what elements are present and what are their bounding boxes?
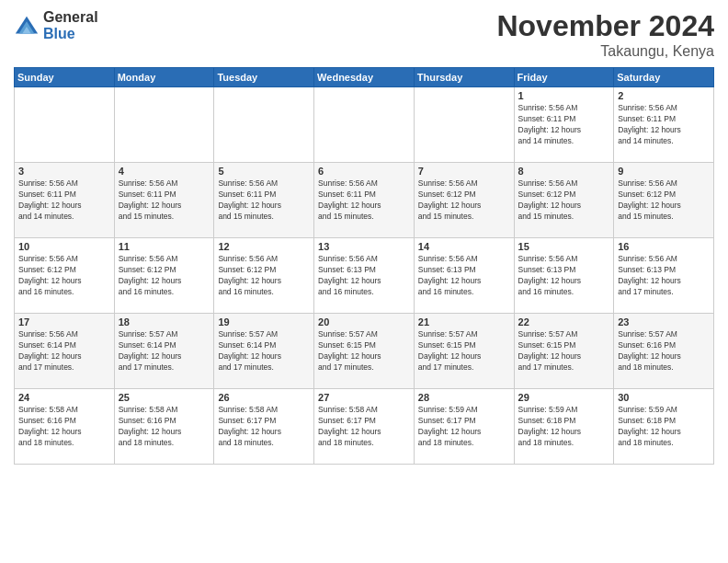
day-number: 5 (218, 166, 310, 177)
day-number: 12 (218, 241, 310, 252)
day-info: Sunrise: 5:57 AM Sunset: 6:14 PM Dayligh… (119, 329, 210, 373)
calendar-cell: 9Sunrise: 5:56 AM Sunset: 6:12 PM Daylig… (614, 163, 714, 238)
calendar-cell: 10Sunrise: 5:56 AM Sunset: 6:12 PM Dayli… (15, 238, 115, 314)
calendar-cell: 17Sunrise: 5:56 AM Sunset: 6:14 PM Dayli… (15, 314, 115, 389)
calendar-cell: 4Sunrise: 5:56 AM Sunset: 6:11 PM Daylig… (114, 163, 214, 238)
day-number: 3 (18, 166, 110, 177)
day-info: Sunrise: 5:57 AM Sunset: 6:16 PM Dayligh… (618, 329, 710, 373)
day-number: 7 (418, 166, 510, 177)
day-info: Sunrise: 5:56 AM Sunset: 6:11 PM Dayligh… (518, 103, 610, 147)
calendar-cell: 5Sunrise: 5:56 AM Sunset: 6:11 PM Daylig… (214, 163, 314, 238)
calendar-header-row: Sunday Monday Tuesday Wednesday Thursday… (15, 68, 714, 87)
day-number: 8 (518, 166, 610, 177)
day-number: 17 (18, 316, 110, 327)
calendar-cell (414, 87, 514, 163)
calendar-cell: 16Sunrise: 5:56 AM Sunset: 6:13 PM Dayli… (614, 238, 714, 314)
day-number: 21 (418, 316, 510, 327)
day-info: Sunrise: 5:56 AM Sunset: 6:12 PM Dayligh… (418, 178, 510, 223)
calendar-week-2: 10Sunrise: 5:56 AM Sunset: 6:12 PM Dayli… (15, 238, 714, 314)
day-info: Sunrise: 5:57 AM Sunset: 6:15 PM Dayligh… (318, 329, 410, 373)
day-info: Sunrise: 5:59 AM Sunset: 6:17 PM Dayligh… (418, 405, 510, 449)
calendar-cell: 24Sunrise: 5:58 AM Sunset: 6:16 PM Dayli… (15, 389, 115, 465)
day-info: Sunrise: 5:56 AM Sunset: 6:13 PM Dayligh… (318, 254, 410, 298)
logo: General Blue (14, 9, 98, 41)
calendar-cell: 28Sunrise: 5:59 AM Sunset: 6:17 PM Dayli… (414, 389, 514, 465)
day-number: 29 (518, 392, 610, 403)
calendar-cell: 18Sunrise: 5:57 AM Sunset: 6:14 PM Dayli… (114, 314, 214, 389)
day-number: 28 (418, 392, 510, 403)
day-info: Sunrise: 5:56 AM Sunset: 6:11 PM Dayligh… (618, 103, 710, 147)
calendar-cell: 22Sunrise: 5:57 AM Sunset: 6:15 PM Dayli… (514, 314, 614, 389)
day-info: Sunrise: 5:56 AM Sunset: 6:12 PM Dayligh… (119, 254, 210, 298)
calendar-cell: 23Sunrise: 5:57 AM Sunset: 6:16 PM Dayli… (614, 314, 714, 389)
logo-general: General (43, 9, 98, 26)
calendar-week-4: 24Sunrise: 5:58 AM Sunset: 6:16 PM Dayli… (15, 389, 714, 465)
day-info: Sunrise: 5:56 AM Sunset: 6:11 PM Dayligh… (318, 178, 410, 223)
page-header: General Blue November 2024 Takaungu, Ken… (14, 9, 714, 60)
day-info: Sunrise: 5:56 AM Sunset: 6:12 PM Dayligh… (618, 178, 710, 223)
day-info: Sunrise: 5:56 AM Sunset: 6:12 PM Dayligh… (518, 178, 610, 223)
calendar-cell: 19Sunrise: 5:57 AM Sunset: 6:14 PM Dayli… (214, 314, 314, 389)
day-info: Sunrise: 5:58 AM Sunset: 6:16 PM Dayligh… (18, 405, 110, 449)
col-wednesday: Wednesday (314, 68, 415, 87)
calendar-week-1: 3Sunrise: 5:56 AM Sunset: 6:11 PM Daylig… (15, 163, 714, 238)
day-info: Sunrise: 5:56 AM Sunset: 6:12 PM Dayligh… (218, 254, 310, 298)
day-number: 25 (119, 392, 210, 403)
day-number: 15 (518, 241, 610, 252)
day-number: 9 (618, 166, 710, 177)
day-number: 26 (218, 392, 310, 403)
calendar-cell: 26Sunrise: 5:58 AM Sunset: 6:17 PM Dayli… (214, 389, 314, 465)
day-info: Sunrise: 5:57 AM Sunset: 6:14 PM Dayligh… (218, 329, 310, 373)
day-number: 30 (618, 392, 710, 403)
logo-text: General Blue (43, 9, 98, 41)
calendar-cell: 12Sunrise: 5:56 AM Sunset: 6:12 PM Dayli… (214, 238, 314, 314)
calendar-cell: 21Sunrise: 5:57 AM Sunset: 6:15 PM Dayli… (414, 314, 514, 389)
day-number: 4 (119, 166, 210, 177)
day-info: Sunrise: 5:56 AM Sunset: 6:13 PM Dayligh… (518, 254, 610, 298)
calendar-table: Sunday Monday Tuesday Wednesday Thursday… (14, 67, 714, 465)
calendar-cell: 8Sunrise: 5:56 AM Sunset: 6:12 PM Daylig… (514, 163, 614, 238)
day-info: Sunrise: 5:56 AM Sunset: 6:11 PM Dayligh… (119, 178, 210, 223)
calendar-cell: 2Sunrise: 5:56 AM Sunset: 6:11 PM Daylig… (614, 87, 714, 163)
col-sunday: Sunday (15, 68, 115, 87)
logo-icon (14, 13, 40, 39)
day-number: 2 (618, 90, 710, 101)
day-number: 10 (18, 241, 110, 252)
col-saturday: Saturday (614, 68, 714, 87)
day-info: Sunrise: 5:56 AM Sunset: 6:11 PM Dayligh… (18, 178, 110, 223)
day-info: Sunrise: 5:56 AM Sunset: 6:12 PM Dayligh… (18, 254, 110, 298)
day-number: 18 (119, 316, 210, 327)
day-number: 24 (18, 392, 110, 403)
day-info: Sunrise: 5:56 AM Sunset: 6:11 PM Dayligh… (218, 178, 310, 223)
day-info: Sunrise: 5:58 AM Sunset: 6:17 PM Dayligh… (318, 405, 410, 449)
calendar-cell (15, 87, 115, 163)
day-number: 27 (318, 392, 410, 403)
calendar-week-3: 17Sunrise: 5:56 AM Sunset: 6:14 PM Dayli… (15, 314, 714, 389)
calendar-cell: 25Sunrise: 5:58 AM Sunset: 6:16 PM Dayli… (114, 389, 214, 465)
day-number: 20 (318, 316, 410, 327)
calendar-cell: 15Sunrise: 5:56 AM Sunset: 6:13 PM Dayli… (514, 238, 614, 314)
calendar-cell: 13Sunrise: 5:56 AM Sunset: 6:13 PM Dayli… (314, 238, 415, 314)
calendar-cell: 1Sunrise: 5:56 AM Sunset: 6:11 PM Daylig… (514, 87, 614, 163)
day-number: 23 (618, 316, 710, 327)
day-info: Sunrise: 5:57 AM Sunset: 6:15 PM Dayligh… (418, 329, 510, 373)
day-info: Sunrise: 5:56 AM Sunset: 6:13 PM Dayligh… (418, 254, 510, 298)
day-number: 6 (318, 166, 410, 177)
logo-blue: Blue (43, 26, 98, 42)
day-number: 19 (218, 316, 310, 327)
day-number: 22 (518, 316, 610, 327)
col-monday: Monday (114, 68, 214, 87)
page-container: General Blue November 2024 Takaungu, Ken… (0, 0, 728, 474)
calendar-cell: 29Sunrise: 5:59 AM Sunset: 6:18 PM Dayli… (514, 389, 614, 465)
day-number: 14 (418, 241, 510, 252)
col-tuesday: Tuesday (214, 68, 314, 87)
calendar-cell: 30Sunrise: 5:59 AM Sunset: 6:18 PM Dayli… (614, 389, 714, 465)
calendar-cell: 6Sunrise: 5:56 AM Sunset: 6:11 PM Daylig… (314, 163, 415, 238)
day-info: Sunrise: 5:58 AM Sunset: 6:16 PM Dayligh… (119, 405, 210, 449)
calendar-cell: 27Sunrise: 5:58 AM Sunset: 6:17 PM Dayli… (314, 389, 415, 465)
day-info: Sunrise: 5:58 AM Sunset: 6:17 PM Dayligh… (218, 405, 310, 449)
location: Takaungu, Kenya (496, 43, 714, 60)
calendar-cell (114, 87, 214, 163)
calendar-cell: 20Sunrise: 5:57 AM Sunset: 6:15 PM Dayli… (314, 314, 415, 389)
calendar-cell (214, 87, 314, 163)
